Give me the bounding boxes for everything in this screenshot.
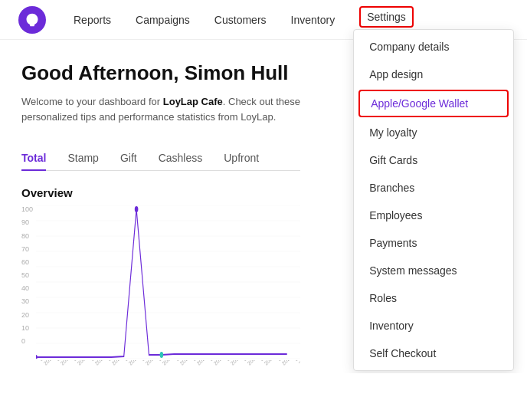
dropdown-item-roles[interactable]: Roles [354,284,513,312]
y-label-20: 20 [21,311,33,319]
y-label-100: 100 [21,205,33,213]
y-label-80: 80 [21,232,33,240]
x-label-13: July 272024 [259,360,280,367]
dropdown-item-employees[interactable]: Employees [354,202,513,229]
y-label-10: 10 [21,324,33,332]
x-label-8: July 222024 [174,360,195,367]
chart-line [36,209,287,357]
x-label-14: July 282024 [276,360,297,367]
x-label-5: July 192024 [123,360,145,367]
x-label-9: July 232024 [191,360,213,367]
nav-item-customers[interactable]: Customers [214,11,267,29]
nav-item-settings[interactable]: Settings [359,6,414,28]
settings-dropdown-wrapper: Settings Company details App design Appl… [359,11,414,29]
y-label-60: 60 [21,258,33,266]
dropdown-item-self-checkout[interactable]: Self Checkout [354,340,513,367]
main-content: Good Afternoon, Simon Hull Welcome to yo… [0,40,322,373]
dropdown-item-my-loyalty[interactable]: My loyalty [354,119,513,146]
x-label-12: July 262024 [242,360,264,367]
dropdown-item-apple-google-wallet[interactable]: Apple/Google Wallet [358,90,509,117]
y-label-70: 70 [21,245,33,253]
tab-total[interactable]: Total [21,146,46,170]
tab-stamp[interactable]: Stamp [67,146,98,170]
tab-cashless[interactable]: Cashless [159,146,203,170]
nav-item-reports[interactable]: Reports [74,11,111,29]
x-label-15: July 292024 [293,360,300,367]
subtitle-part1: Welcome to your dashboard for [21,96,163,107]
dropdown-item-payments[interactable]: Payments [354,229,513,257]
chart-dot-peak [135,206,139,212]
x-label-11: July 252024 [225,360,247,367]
y-label-40: 40 [21,284,33,292]
y-label-0: 0 [21,337,33,345]
x-label-1: July 152024 [55,360,77,367]
x-label-4: July 182024 [106,360,128,367]
dropdown-item-gift-cards[interactable]: Gift Cards [354,146,513,174]
x-label-2: July 162024 [72,360,93,367]
main-nav: Reports Campaigns Customers Inventory Se… [0,0,527,40]
y-label-30: 30 [21,297,33,305]
y-label-90: 90 [21,218,33,226]
dropdown-item-app-design[interactable]: App design [354,61,513,88]
nav-item-campaigns[interactable]: Campaigns [136,11,190,29]
x-label-6: July 202024 [140,360,162,367]
welcome-subtitle: Welcome to your dashboard for LoyLap Caf… [21,94,300,124]
dropdown-item-company-details[interactable]: Company details [354,33,513,61]
x-label-0: July 142024 [38,360,60,367]
chart-dot-teal [160,352,164,358]
chart-svg-container: July 142024 July 152024 July 162024 July… [36,205,300,373]
tab-gift[interactable]: Gift [120,146,137,170]
chart-area: 0 10 20 30 40 50 60 70 80 90 100 [21,205,300,373]
greeting-heading: Good Afternoon, Simon Hull [21,61,300,85]
business-name: LoyLap Cafe [163,96,223,107]
nav-items: Reports Campaigns Customers Inventory Se… [74,11,414,29]
x-axis-labels: July 142024 July 152024 July 162024 July… [36,360,300,373]
y-axis-labels: 0 10 20 30 40 50 60 70 80 90 100 [21,205,36,359]
x-label-7: July 212024 [157,360,178,367]
tabs-bar: Total Stamp Gift Cashless Upfront [21,146,300,171]
x-label-10: July 242024 [208,360,230,367]
dropdown-item-branches[interactable]: Branches [354,174,513,202]
settings-dropdown-menu: Company details App design Apple/Google … [353,29,514,371]
logo[interactable] [18,6,46,34]
chart-dot-start [36,355,38,359]
nav-item-inventory[interactable]: Inventory [291,11,336,29]
tab-upfront[interactable]: Upfront [224,146,259,170]
x-label-3: July 172024 [89,360,110,367]
dropdown-item-system-messages[interactable]: System messages [354,257,513,284]
y-label-50: 50 [21,271,33,279]
dropdown-item-inventory-sub[interactable]: Inventory [354,312,513,340]
chart-svg [36,205,300,359]
overview-title: Overview [21,186,300,199]
